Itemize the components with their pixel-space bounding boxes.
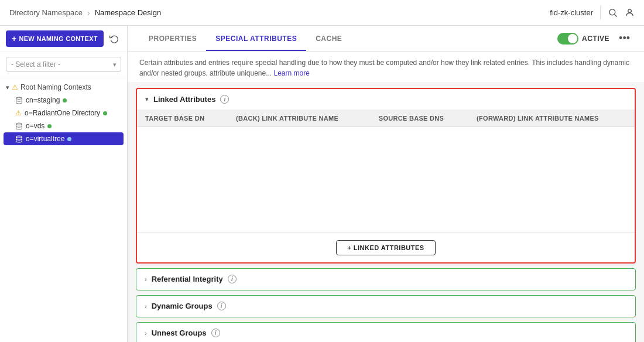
svg-line-1: [615, 15, 617, 17]
tree-root[interactable]: ▾ ⚠ Root Naming Contexts: [0, 81, 127, 94]
svg-point-3: [16, 97, 22, 99]
unnest-groups-chevron: ›: [145, 330, 147, 337]
new-naming-context-button[interactable]: + NEW NAMING CONTEXT: [6, 30, 104, 47]
breadcrumb: Directory Namespace › Namespace Design: [9, 8, 161, 18]
tree-item-radiantone[interactable]: ⚠ o=RadiantOne Directory: [0, 107, 127, 119]
col-source-base-dns: SOURCE BASE DNS: [371, 110, 468, 127]
section-linked-attributes-header[interactable]: ▾ Linked Attributes i: [137, 89, 635, 110]
svg-point-2: [628, 9, 632, 13]
breadcrumb-current: Namespace Design: [95, 8, 161, 17]
section-dynamic-groups: › Dynamic Groups i: [136, 295, 636, 317]
tree-item-cn-staging[interactable]: cn=staging: [0, 94, 127, 107]
add-linked-attributes-wrap: + LINKED ATTRIBUTES: [137, 232, 635, 262]
db-icon: [15, 97, 23, 104]
new-naming-context-label: NEW NAMING CONTEXT: [19, 35, 97, 42]
toggle-label: ACTIVE: [582, 35, 609, 43]
tree-item-virtualtree[interactable]: o=virtualtree: [4, 132, 124, 145]
linked-attributes-chevron: ▾: [145, 95, 149, 103]
dynamic-groups-title: Dynamic Groups: [152, 302, 213, 310]
tree-root-chevron: ▾: [6, 84, 9, 91]
dynamic-groups-info-icon: i: [217, 302, 226, 310]
sections: ▾ Linked Attributes i TARGET BASE DN (BA…: [128, 82, 644, 342]
col-back-link: (BACK) LINK ATTRIBUTE NAME: [228, 110, 371, 127]
active-toggle-wrap: ACTIVE: [557, 33, 609, 45]
section-dynamic-groups-header[interactable]: › Dynamic Groups i: [136, 296, 635, 317]
referential-integrity-title: Referential Integrity: [152, 275, 223, 283]
linked-attributes-title: Linked Attributes: [153, 95, 215, 104]
breadcrumb-parent[interactable]: Directory Namespace: [9, 8, 83, 17]
table-empty-row: [137, 127, 635, 232]
breadcrumb-separator: ›: [87, 8, 90, 18]
section-referential-integrity-header[interactable]: › Referential Integrity i: [136, 269, 635, 290]
content-area: PROPERTIES SPECIAL ATTRIBUTES CACHE ACTI…: [128, 26, 644, 342]
tabs: PROPERTIES SPECIAL ATTRIBUTES CACHE ACTI…: [139, 28, 632, 50]
topbar-divider: [600, 6, 601, 20]
active-toggle[interactable]: [557, 33, 578, 45]
tree-item-radiantone-label: o=RadiantOne Directory: [25, 109, 100, 117]
tree-item-virtualtree-label: o=virtualtree: [26, 135, 64, 143]
col-target-base-dn: TARGET BASE DN: [137, 110, 228, 127]
topbar-right: fid-zk-cluster: [550, 6, 635, 20]
status-dot: [47, 124, 52, 128]
tab-cache[interactable]: CACHE: [306, 28, 351, 51]
col-forward-link: (FORWARD) LINK ATTRIBUTE NAMES: [468, 110, 635, 127]
section-unnest-groups-header[interactable]: › Unnest Groups i: [136, 323, 635, 342]
svg-point-5: [16, 136, 22, 138]
db-icon: [15, 122, 23, 130]
sidebar: + NEW NAMING CONTEXT - Select a filter -…: [0, 26, 128, 342]
warn-triangle-icon: ⚠: [12, 83, 18, 91]
linked-attributes-body: TARGET BASE DN (BACK) LINK ATTRIBUTE NAM…: [137, 110, 635, 262]
cluster-name: fid-zk-cluster: [550, 8, 593, 17]
add-linked-attributes-button[interactable]: + LINKED ATTRIBUTES: [336, 240, 435, 255]
section-unnest-groups: › Unnest Groups i: [136, 322, 636, 342]
filter-select[interactable]: - Select a filter -: [6, 57, 121, 72]
section-linked-attributes: ▾ Linked Attributes i TARGET BASE DN (BA…: [136, 88, 636, 264]
toggle-knob: [568, 34, 577, 43]
dynamic-groups-chevron: ›: [145, 303, 147, 310]
tree: ▾ ⚠ Root Naming Contexts cn=staging ⚠ o=…: [0, 77, 127, 342]
status-dot: [63, 98, 67, 102]
description-content: Certain attributes and entries require s…: [139, 59, 629, 77]
search-icon[interactable]: [608, 8, 618, 18]
user-icon[interactable]: [625, 8, 635, 18]
tab-actions: ACTIVE •••: [557, 32, 632, 45]
filter-select-wrap: - Select a filter -: [6, 57, 121, 72]
svg-point-4: [16, 123, 22, 125]
tree-item-vds[interactable]: o=vds: [0, 119, 127, 132]
tree-root-label: Root Naming Contexts: [20, 83, 91, 91]
unnest-groups-title: Unnest Groups: [152, 329, 207, 337]
unnest-groups-info-icon: i: [211, 329, 220, 337]
tree-item-vds-label: o=vds: [26, 122, 44, 130]
tab-special-attributes[interactable]: SPECIAL ATTRIBUTES: [206, 28, 306, 51]
referential-integrity-chevron: ›: [145, 276, 147, 283]
learn-more-link[interactable]: Learn more: [274, 69, 310, 77]
status-dot: [103, 111, 107, 115]
description-text: Certain attributes and entries require s…: [128, 52, 644, 82]
referential-integrity-info-icon: i: [228, 275, 237, 283]
topbar: Directory Namespace › Namespace Design f…: [0, 0, 644, 26]
tabs-bar: PROPERTIES SPECIAL ATTRIBUTES CACHE ACTI…: [128, 26, 644, 52]
status-dot-selected: [67, 137, 71, 141]
filter-row: - Select a filter -: [0, 52, 127, 77]
tree-item-cn-staging-label: cn=staging: [26, 96, 60, 104]
linked-attributes-table: TARGET BASE DN (BACK) LINK ATTRIBUTE NAM…: [137, 110, 635, 232]
section-referential-integrity: › Referential Integrity i: [136, 268, 636, 290]
more-options-button[interactable]: •••: [616, 32, 632, 45]
refresh-button[interactable]: [108, 33, 120, 45]
sidebar-actions: + NEW NAMING CONTEXT: [0, 26, 127, 52]
tab-properties[interactable]: PROPERTIES: [139, 28, 206, 51]
plus-icon: +: [12, 34, 16, 43]
warn-icon: ⚠: [15, 109, 22, 117]
svg-point-0: [609, 9, 615, 15]
db-icon-selected: [15, 135, 23, 143]
main-layout: + NEW NAMING CONTEXT - Select a filter -…: [0, 26, 644, 342]
linked-attributes-info-icon: i: [220, 95, 229, 104]
